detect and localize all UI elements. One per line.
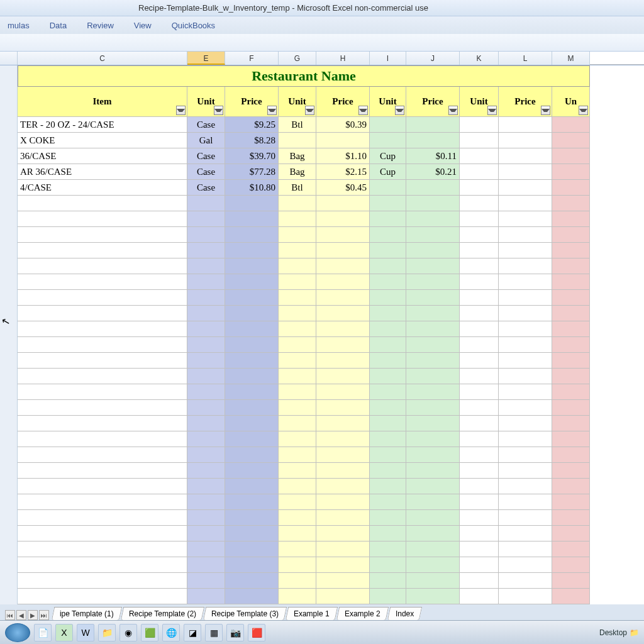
empty-cell[interactable] <box>370 573 406 589</box>
col-header-E[interactable]: E <box>187 52 225 65</box>
empty-cell[interactable] <box>460 290 499 306</box>
empty-cell[interactable] <box>316 479 370 494</box>
empty-cell[interactable] <box>406 400 460 416</box>
empty-cell[interactable] <box>18 431 187 447</box>
data-cell[interactable]: Cup <box>370 148 406 164</box>
empty-cell[interactable] <box>18 526 187 541</box>
empty-cell[interactable] <box>316 400 370 416</box>
empty-cell[interactable] <box>552 526 590 541</box>
select-all-corner[interactable] <box>0 52 18 65</box>
empty-cell[interactable] <box>370 243 406 258</box>
sheet-tab[interactable]: Recipe Template (2) <box>121 607 205 620</box>
empty-cell[interactable] <box>370 196 406 211</box>
sheet-tab[interactable]: Example 1 <box>286 607 338 620</box>
data-cell[interactable]: $10.80 <box>225 180 279 196</box>
empty-cell[interactable] <box>406 463 460 479</box>
filter-dropdown-icon[interactable] <box>448 106 458 115</box>
empty-cell[interactable] <box>187 369 225 384</box>
empty-cell[interactable] <box>370 400 406 416</box>
empty-cell[interactable] <box>18 290 187 306</box>
empty-cell[interactable] <box>499 369 552 384</box>
empty-cell[interactable] <box>279 447 316 463</box>
empty-cell[interactable] <box>460 274 499 290</box>
empty-cell[interactable] <box>552 369 590 384</box>
empty-cell[interactable] <box>370 353 406 369</box>
empty-cell[interactable] <box>316 557 370 573</box>
taskbar-app-icon[interactable]: 📷 <box>226 624 244 641</box>
data-cell[interactable] <box>499 133 552 148</box>
empty-cell[interactable] <box>225 290 279 306</box>
empty-cell[interactable] <box>316 384 370 400</box>
empty-cell[interactable] <box>225 211 279 227</box>
empty-cell[interactable] <box>18 573 187 589</box>
empty-cell[interactable] <box>187 479 225 494</box>
empty-cell[interactable] <box>406 369 460 384</box>
empty-cell[interactable] <box>225 384 279 400</box>
empty-cell[interactable] <box>225 400 279 416</box>
empty-cell[interactable] <box>552 211 590 227</box>
empty-cell[interactable] <box>316 463 370 479</box>
data-cell[interactable] <box>316 133 370 148</box>
empty-cell[interactable] <box>18 243 187 258</box>
empty-cell[interactable] <box>225 227 279 243</box>
empty-cell[interactable] <box>552 510 590 526</box>
empty-cell[interactable] <box>187 573 225 589</box>
empty-cell[interactable] <box>552 384 590 400</box>
data-cell[interactable] <box>552 117 590 133</box>
empty-cell[interactable] <box>279 573 316 589</box>
empty-cell[interactable] <box>370 227 406 243</box>
empty-cell[interactable] <box>279 479 316 494</box>
data-cell[interactable]: Case <box>187 180 225 196</box>
empty-cell[interactable] <box>552 196 590 211</box>
empty-cell[interactable] <box>499 211 552 227</box>
empty-cell[interactable] <box>279 227 316 243</box>
empty-cell[interactable] <box>406 526 460 541</box>
empty-cell[interactable] <box>552 353 590 369</box>
data-cell[interactable] <box>406 117 460 133</box>
empty-cell[interactable] <box>406 274 460 290</box>
empty-cell[interactable] <box>316 510 370 526</box>
ribbon-tab-quickbooks[interactable]: QuickBooks <box>172 21 215 30</box>
data-cell[interactable]: Btl <box>279 117 316 133</box>
empty-cell[interactable] <box>460 337 499 353</box>
data-cell[interactable]: $0.11 <box>406 148 460 164</box>
empty-cell[interactable] <box>316 290 370 306</box>
empty-cell[interactable] <box>18 494 187 510</box>
empty-cell[interactable] <box>552 337 590 353</box>
empty-cell[interactable] <box>460 369 499 384</box>
empty-cell[interactable] <box>370 369 406 384</box>
empty-cell[interactable] <box>499 384 552 400</box>
empty-cell[interactable] <box>187 400 225 416</box>
empty-cell[interactable] <box>552 589 590 604</box>
col-header-M[interactable]: M <box>552 52 590 65</box>
empty-cell[interactable] <box>187 416 225 431</box>
empty-cell[interactable] <box>406 306 460 321</box>
ribbon-tab-formulas[interactable]: mulas <box>8 21 30 30</box>
empty-cell[interactable] <box>279 431 316 447</box>
data-cell[interactable]: AR 36/CASE <box>18 164 187 180</box>
taskbar-app-icon[interactable]: ▦ <box>205 624 223 641</box>
col-header-C[interactable]: C <box>18 52 187 65</box>
col-header-K[interactable]: K <box>460 52 499 65</box>
empty-cell[interactable] <box>225 416 279 431</box>
empty-cell[interactable] <box>316 416 370 431</box>
empty-cell[interactable] <box>406 258 460 274</box>
empty-cell[interactable] <box>406 243 460 258</box>
empty-cell[interactable] <box>225 306 279 321</box>
empty-cell[interactable] <box>460 447 499 463</box>
empty-cell[interactable] <box>225 196 279 211</box>
ribbon-tab-view[interactable]: View <box>134 21 152 30</box>
empty-cell[interactable] <box>406 541 460 557</box>
start-button-icon[interactable] <box>5 623 30 642</box>
empty-cell[interactable] <box>225 258 279 274</box>
empty-cell[interactable] <box>316 274 370 290</box>
empty-cell[interactable] <box>18 400 187 416</box>
empty-cell[interactable] <box>316 211 370 227</box>
empty-cell[interactable] <box>225 589 279 604</box>
col-header-J[interactable]: J <box>406 52 460 65</box>
empty-cell[interactable] <box>406 227 460 243</box>
empty-cell[interactable] <box>460 431 499 447</box>
empty-cell[interactable] <box>370 494 406 510</box>
empty-cell[interactable] <box>499 321 552 337</box>
empty-cell[interactable] <box>460 416 499 431</box>
